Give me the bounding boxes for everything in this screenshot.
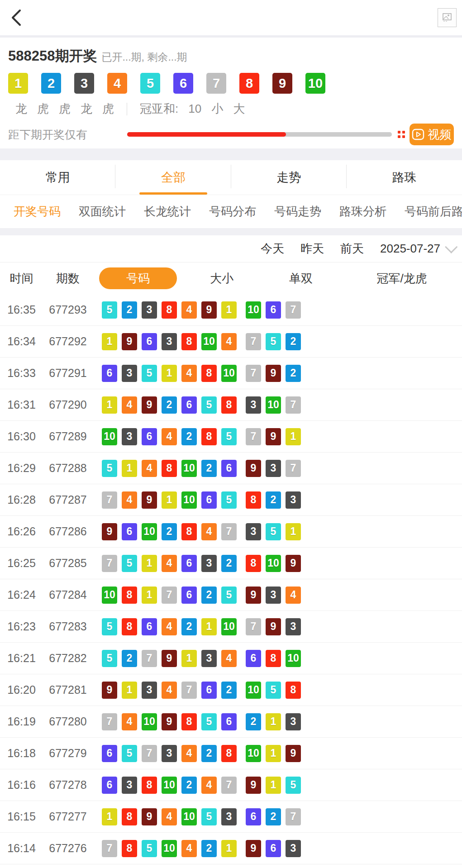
table-row: 16:1567727718941053627 — [0, 801, 462, 833]
ball-6: 6 — [266, 301, 281, 319]
ball-5: 5 — [201, 396, 217, 414]
ball-4: 4 — [181, 301, 197, 319]
ball-3: 3 — [266, 460, 281, 477]
tab-走势[interactable]: 走势 — [231, 160, 347, 195]
table-header: 时间期数号码大小单双冠军/龙虎 — [0, 262, 462, 294]
sum-label: 冠亚和: — [140, 101, 178, 117]
row-numbers: 18941053627 — [102, 808, 301, 825]
ball-9: 9 — [201, 301, 217, 319]
ball-2: 2 — [286, 333, 301, 350]
row-time: 16:24 — [0, 588, 43, 601]
table-row: 16:2967728851481026937 — [0, 453, 462, 484]
subtab-开奖号码[interactable]: 开奖号码 — [14, 204, 61, 219]
column-header-冠军/龙虎[interactable]: 冠军/龙虎 — [342, 271, 462, 286]
image-placeholder-icon[interactable] — [438, 8, 457, 27]
row-numbers: 74911065823 — [102, 491, 301, 509]
column-header-号码[interactable]: 号码 — [93, 267, 183, 289]
ball-1: 1 — [162, 491, 177, 509]
subtab-路珠分析[interactable]: 路珠分析 — [339, 204, 386, 219]
ball-5: 5 — [266, 682, 281, 699]
ball-5: 5 — [142, 840, 157, 857]
table-row: 16:3467729219638104752 — [0, 326, 462, 358]
ball-1: 1 — [122, 460, 137, 477]
row-period: 677279 — [43, 747, 93, 760]
ball-5: 5 — [102, 650, 117, 667]
ball-9: 9 — [266, 365, 281, 382]
column-header-大小[interactable]: 大小 — [183, 271, 260, 286]
countdown-row: 距下期开奖仅有 视频 — [8, 120, 454, 148]
ball-9: 9 — [266, 618, 281, 635]
row-period: 677291 — [43, 367, 93, 380]
ball-2: 2 — [162, 396, 177, 414]
row-numbers: 10817625934 — [102, 587, 301, 604]
row-numbers: 75146328109 — [102, 555, 301, 572]
tab-常用[interactable]: 常用 — [0, 160, 115, 195]
row-time: 16:31 — [0, 398, 43, 411]
date-quick-前天[interactable]: 前天 — [340, 241, 364, 257]
subtab-号码分布[interactable]: 号码分布 — [209, 204, 256, 219]
ball-7: 7 — [246, 428, 261, 445]
video-button[interactable]: 视频 — [410, 124, 454, 145]
row-period: 677286 — [43, 525, 93, 538]
ball-5: 5 — [266, 333, 281, 350]
ball-5: 5 — [102, 301, 117, 319]
subtab-长龙统计[interactable]: 长龙统计 — [144, 204, 191, 219]
ball-2: 2 — [122, 301, 137, 319]
row-numbers: 74109856213 — [102, 713, 301, 730]
ball-6: 6 — [122, 523, 137, 540]
ball-2: 2 — [266, 491, 281, 509]
subtab-号码前后路[interactable]: 号码前后路 — [405, 204, 462, 219]
ball-7: 7 — [102, 491, 117, 509]
ball-10: 10 — [162, 840, 177, 857]
row-time: 16:18 — [0, 747, 43, 760]
ball-2: 2 — [201, 587, 217, 604]
ball-8: 8 — [181, 713, 197, 730]
ball-7: 7 — [286, 808, 301, 825]
dragon-tiger-value: 虎 — [37, 101, 49, 117]
ball-1: 1 — [266, 745, 281, 762]
ball-6: 6 — [246, 808, 261, 825]
tab-全部[interactable]: 全部 — [115, 160, 231, 195]
ball-1: 1 — [286, 428, 301, 445]
ball-4: 4 — [181, 840, 197, 857]
ball-8: 8 — [221, 745, 237, 762]
ball-5: 5 — [142, 365, 157, 382]
ball-4: 4 — [162, 428, 177, 445]
ball-8: 8 — [122, 808, 137, 825]
subtab-号码走势[interactable]: 号码走势 — [274, 204, 321, 219]
back-button[interactable] — [5, 7, 27, 29]
table-row: 16:3067728910364285791 — [0, 421, 462, 453]
table-row: 16:1467727678510421963 — [0, 833, 462, 864]
ball-2: 2 — [221, 682, 237, 699]
ball-6: 6 — [102, 777, 117, 794]
ball-10: 10 — [102, 428, 117, 445]
ball-1: 1 — [201, 618, 217, 635]
subtab-双面统计[interactable]: 双面统计 — [79, 204, 126, 219]
ball-1: 1 — [266, 777, 281, 794]
tab-路珠[interactable]: 路珠 — [347, 160, 462, 195]
ball-7: 7 — [286, 396, 301, 414]
ball-6: 6 — [102, 745, 117, 762]
row-numbers: 78510421963 — [102, 840, 301, 857]
ball-7: 7 — [286, 301, 301, 319]
date-quick-今天[interactable]: 今天 — [261, 241, 284, 257]
ball-4: 4 — [162, 618, 177, 635]
ball-4: 4 — [201, 777, 217, 794]
ball-8: 8 — [246, 555, 261, 572]
ball-10: 10 — [246, 745, 261, 762]
ball-5: 5 — [122, 555, 137, 572]
column-header-单双[interactable]: 单双 — [260, 271, 342, 286]
ball-5: 5 — [102, 618, 117, 635]
countdown-progress-fill — [127, 132, 286, 137]
date-selector[interactable]: 2025-07-27 — [380, 242, 454, 256]
row-period: 677285 — [43, 557, 93, 570]
draw-progress-text: 已开...期, 剩余...期 — [101, 50, 187, 64]
sum-tag: 小 — [211, 101, 223, 117]
ball-9: 9 — [286, 555, 301, 572]
ball-3: 3 — [286, 491, 301, 509]
row-numbers: 96102847351 — [102, 523, 301, 540]
draw-header: 588258期开奖 已开...期, 剩余...期 12345678910 龙虎虎… — [0, 38, 462, 148]
date-quick-昨天[interactable]: 昨天 — [300, 241, 324, 257]
ball-5: 5 — [140, 73, 160, 94]
video-button-label: 视频 — [428, 127, 451, 143]
